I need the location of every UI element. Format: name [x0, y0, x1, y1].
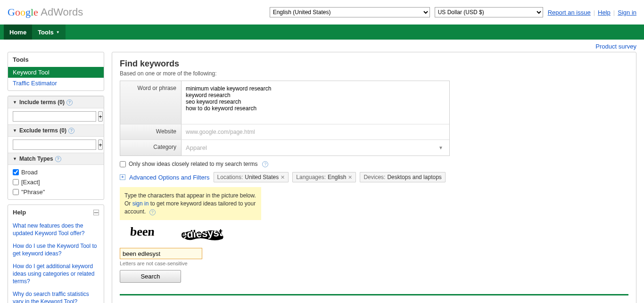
content-panel: Find keywords Based on one or more of th…: [112, 52, 636, 303]
word-phrase-input[interactable]: [184, 83, 447, 120]
captcha-image: been edlesyst: [120, 224, 247, 245]
nav-tools[interactable]: Tools▼: [32, 25, 66, 40]
match-types-header[interactable]: ▼Match Types ?: [8, 153, 104, 165]
expand-icon[interactable]: +: [120, 174, 125, 180]
sign-in-link[interactable]: Sign in: [618, 9, 636, 16]
close-icon[interactable]: ✕: [281, 174, 285, 180]
currency-select[interactable]: US Dollar (USD $): [435, 7, 543, 17]
match-phrase-checkbox[interactable]: "Phrase": [8, 187, 104, 197]
include-terms-input[interactable]: [13, 111, 96, 122]
only-show-checkbox[interactable]: Only show ideas closely related to my se…: [120, 161, 628, 167]
product-survey-link[interactable]: Product survey: [595, 43, 636, 50]
page-title: Find keywords: [120, 59, 628, 69]
navbar: Home Tools▼: [0, 25, 644, 40]
help-link-2[interactable]: How do I use the Keyword Tool to get key…: [8, 240, 104, 260]
languages-chip[interactable]: Languages: English ✕: [292, 172, 356, 182]
include-terms-header[interactable]: ▼Include terms (0) ?: [8, 96, 104, 108]
exclude-terms-header[interactable]: ▼Exclude terms (0) ?: [8, 124, 104, 137]
advanced-options-link[interactable]: Advanced Options and Filters: [129, 174, 210, 181]
filters-panel: ▼Include terms (0) ? + ▼Exclude terms (0…: [8, 96, 104, 200]
category-label: Category: [120, 140, 182, 156]
website-label: Website: [120, 124, 182, 139]
help-link[interactable]: Help: [598, 9, 611, 16]
nav-home[interactable]: Home: [4, 25, 32, 40]
locations-chip[interactable]: Locations: United States ✕: [214, 172, 289, 182]
language-select[interactable]: English (United States): [270, 7, 430, 17]
help-title: Help: [13, 209, 26, 216]
help-link-4[interactable]: Why do search traffic statistics vary in…: [8, 288, 104, 303]
help-link-1[interactable]: What new features does the updated Keywo…: [8, 220, 104, 240]
captcha-input[interactable]: [120, 248, 202, 259]
website-input[interactable]: [184, 127, 447, 137]
search-button[interactable]: Search: [120, 270, 181, 283]
include-add-button[interactable]: +: [98, 111, 103, 122]
sidebar-item-keyword-tool[interactable]: Keyword Tool: [8, 67, 104, 78]
tools-panel: Tools Keyword Tool Traffic Estimator: [8, 52, 104, 91]
match-broad-checkbox[interactable]: Broad: [8, 167, 104, 177]
chevron-down-icon: ▼: [438, 145, 447, 150]
exclude-add-button[interactable]: +: [98, 139, 103, 150]
word-label: Word or phrase: [120, 81, 182, 124]
captcha-notice: Type the characters that appear in the p…: [120, 187, 261, 220]
search-form: Word or phrase Website Category Apparel …: [120, 81, 450, 156]
tools-title: Tools: [8, 52, 104, 67]
devices-chip[interactable]: Devices: Desktops and laptops: [360, 172, 445, 182]
divider: [120, 294, 628, 295]
page-subtitle: Based on one or more of the following:: [120, 70, 628, 77]
help-link-3[interactable]: How do I get additional keyword ideas us…: [8, 260, 104, 288]
report-issue-link[interactable]: Report an issue: [548, 9, 591, 16]
category-select[interactable]: Apparel ▼: [182, 140, 449, 156]
logo: Google AdWords: [8, 6, 83, 18]
case-note: Letters are not case-sensitive: [120, 261, 628, 266]
sidebar-item-traffic-estimator[interactable]: Traffic Estimator: [8, 78, 104, 90]
match-exact-checkbox[interactable]: [Exact]: [8, 177, 104, 187]
collapse-icon[interactable]: —: [93, 210, 99, 215]
help-icon[interactable]: ?: [262, 161, 268, 167]
exclude-terms-input[interactable]: [13, 139, 96, 150]
captcha-sign-in-link[interactable]: sign in: [132, 200, 149, 207]
help-icon[interactable]: ?: [55, 156, 61, 162]
close-icon[interactable]: ✕: [348, 174, 352, 180]
help-panel: Help — What new features does the update…: [8, 205, 104, 303]
help-icon[interactable]: ?: [149, 209, 156, 215]
help-icon[interactable]: ?: [66, 99, 73, 106]
help-icon[interactable]: ?: [68, 128, 74, 134]
